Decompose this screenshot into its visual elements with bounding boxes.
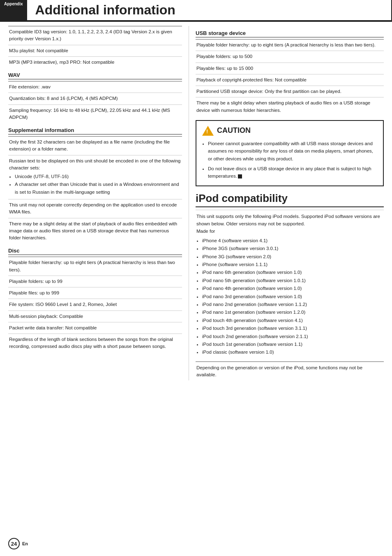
- footer: 24 En: [8, 538, 28, 549]
- caution-box: CAUTION Pioneer cannot guarantee compati…: [196, 120, 384, 186]
- wav-section: WAV File extension: .wav Quantization bi…: [8, 72, 182, 123]
- wav-row-2: Sampling frequency: 16 kHz to 48 kHz (LP…: [8, 104, 182, 123]
- top-info-section: Compatible ID3 tag version: 1.0, 1.1, 2.…: [8, 26, 182, 68]
- content-area: Compatible ID3 tag version: 1.0, 1.1, 2.…: [0, 22, 392, 380]
- caution-triangle-icon: [202, 126, 214, 136]
- main-title: Additional information: [35, 2, 175, 18]
- supp-bullet-1: A character set other than Unicode that …: [15, 181, 181, 196]
- header-title-area: Additional information: [27, 0, 392, 21]
- ipod-model-12: iPod touch 2nd generation (software vers…: [202, 333, 383, 340]
- appendix-tab: Appendix: [0, 0, 27, 21]
- supp-bullet-0: Unicode (UTF-8, UTF-16): [15, 173, 181, 180]
- ipod-model-list: iPhone 4 (software version 4.1) iPhone 3…: [202, 237, 383, 356]
- ipod-model-14: iPod classic (software version 1.0): [202, 348, 383, 356]
- ipod-model-7: iPod nano 3rd generation (software versi…: [202, 293, 383, 300]
- header: Appendix Additional information: [0, 0, 392, 22]
- supp-row-3: There may be a slight delay at the start…: [8, 218, 182, 244]
- wav-title: WAV: [8, 72, 182, 79]
- disc-row-2: Playable files: up to 999: [8, 287, 182, 299]
- usb-row-1: Playable folders: up to 500: [196, 51, 384, 62]
- ipod-model-3: iPhone (software version 1.1.1): [202, 261, 383, 268]
- usb-row-5: There may be a slight delay when startin…: [196, 97, 384, 116]
- caution-icon: [202, 125, 214, 137]
- ipod-footer: Depending on the generation or version o…: [196, 361, 384, 381]
- supp-row-2: This unit may not operate correctly depe…: [8, 199, 182, 218]
- caution-title: CAUTION: [217, 126, 251, 135]
- right-column: USB storage device Playable folder hiera…: [189, 26, 392, 380]
- ipod-intro-text: This unit supports only the following iP…: [196, 213, 383, 235]
- supp-bullet-list: Unicode (UTF-8, UTF-16) A character set …: [15, 173, 181, 196]
- usb-row-2: Playable files: up to 15 000: [196, 63, 384, 74]
- ipod-intro: This unit supports only the following iP…: [196, 210, 384, 360]
- disc-row-0: Playable folder hierarchy: up to eight t…: [8, 257, 182, 276]
- wav-row-1: Quantization bits: 8 and 16 (LPCM), 4 (M…: [8, 93, 182, 104]
- appendix-label: Appendix: [4, 2, 23, 6]
- usb-section: USB storage device Playable folder hiera…: [196, 30, 384, 116]
- disc-row-6: Regardless of the length of blank sectio…: [8, 334, 182, 352]
- ipod-model-2: iPhone 3G (software version 2.0): [202, 253, 383, 260]
- disc-row-1: Playable folders: up to 99: [8, 276, 182, 287]
- id3-row: Compatible ID3 tag version: 1.0, 1.1, 2.…: [8, 26, 182, 45]
- stop-symbol-icon: [238, 174, 242, 178]
- ipod-title: iPod compatibility: [196, 192, 384, 207]
- caution-bullet-list: Pioneer cannot guarantee compatibility w…: [208, 140, 377, 180]
- left-column: Compatible ID3 tag version: 1.0, 1.1, 2.…: [0, 26, 189, 380]
- ipod-model-1: iPhone 3GS (software version 3.0.1): [202, 245, 383, 252]
- ipod-section: iPod compatibility This unit supports on…: [196, 192, 384, 381]
- ipod-model-13: iPod touch 1st generation (software vers…: [202, 341, 383, 348]
- disc-title: Disc: [8, 248, 182, 255]
- supplemental-section: Supplemental information Only the first …: [8, 127, 182, 243]
- page: Appendix Additional information Compatib…: [0, 0, 392, 556]
- wav-row-0: File extension: .wav: [8, 81, 182, 93]
- ipod-model-5: iPod nano 5th generation (software versi…: [202, 277, 383, 284]
- usb-row-4: Partitioned USB storage device: Only the…: [196, 86, 384, 97]
- disc-row-5: Packet write data transfer: Not compatib…: [8, 322, 182, 334]
- ipod-model-4: iPod nano 6th generation (software versi…: [202, 269, 383, 276]
- caution-header: CAUTION: [202, 125, 377, 137]
- caution-bullet-1: Do not leave discs or a USB storage devi…: [208, 165, 377, 180]
- disc-row-3: File system: ISO 9660 Level 1 and 2, Rom…: [8, 299, 182, 310]
- supp-row-0: Only the first 32 characters can be disp…: [8, 136, 182, 155]
- lang-label: En: [22, 541, 28, 546]
- ipod-model-9: iPod nano 1st generation (software versi…: [202, 308, 383, 316]
- ipod-model-0: iPhone 4 (software version 4.1): [202, 237, 383, 244]
- usb-row-3: Playback of copyright-protected files: N…: [196, 74, 384, 86]
- disc-row-4: Multi-session playback: Compatible: [8, 310, 182, 322]
- ipod-model-11: iPod touch 3rd generation (software vers…: [202, 324, 383, 332]
- m3u-row: M3u playlist: Not compatible: [8, 45, 182, 56]
- caution-bullet-0: Pioneer cannot guarantee compatibility w…: [208, 140, 377, 162]
- mp3i-row: MP3i (MP3 interactive), mp3 PRO: Not com…: [8, 56, 182, 68]
- ipod-model-8: iPod nano 2nd generation (software versi…: [202, 301, 383, 308]
- usb-title: USB storage device: [196, 30, 384, 37]
- supplemental-title: Supplemental information: [8, 127, 182, 134]
- disc-section: Disc Playable folder hierarchy: up to ei…: [8, 248, 182, 352]
- ipod-model-10: iPod touch 4th generation (software vers…: [202, 317, 383, 324]
- page-number: 24: [8, 538, 20, 549]
- supp-row-1: Russian text to be displayed on this uni…: [8, 155, 182, 199]
- usb-row-0: Playable folder hierarchy: up to eight t…: [196, 39, 384, 51]
- ipod-model-6: iPod nano 4th generation (software versi…: [202, 285, 383, 292]
